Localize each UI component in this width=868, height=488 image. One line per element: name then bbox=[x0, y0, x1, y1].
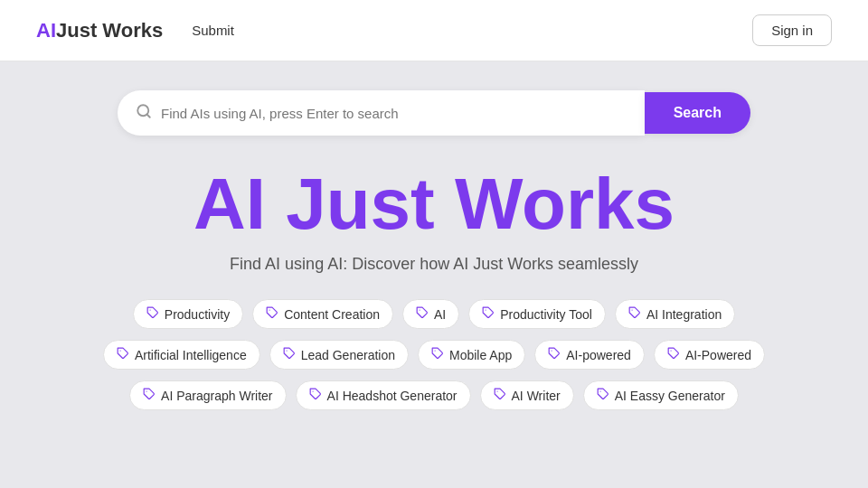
tag-item[interactable]: Productivity bbox=[133, 299, 243, 329]
tag-item[interactable]: AI Paragraph Writer bbox=[129, 380, 286, 410]
header-left: AIJust Works Submit bbox=[36, 19, 234, 42]
header: AIJust Works Submit Sign in bbox=[0, 0, 868, 61]
nav-submit-link[interactable]: Submit bbox=[192, 23, 234, 38]
search-input-wrapper bbox=[118, 90, 645, 136]
tag-item[interactable]: Mobile App bbox=[418, 340, 525, 370]
tag-label: Mobile App bbox=[449, 348, 512, 362]
hero-title: AI Just Works bbox=[193, 168, 675, 240]
search-input[interactable] bbox=[161, 106, 627, 121]
tag-item[interactable]: Productivity Tool bbox=[468, 299, 606, 329]
tag-item[interactable]: AI-powered bbox=[534, 340, 645, 370]
tag-icon bbox=[482, 306, 495, 322]
tag-item[interactable]: AI-Powered bbox=[654, 340, 765, 370]
search-button[interactable]: Search bbox=[645, 92, 750, 134]
tag-icon bbox=[283, 347, 296, 362]
tag-item[interactable]: AI Integration bbox=[615, 299, 735, 329]
tag-label: Productivity Tool bbox=[500, 307, 592, 322]
tag-icon bbox=[146, 306, 159, 322]
tag-item[interactable]: AI Headshot Generator bbox=[296, 380, 471, 410]
tag-icon bbox=[143, 388, 156, 403]
main-content: Search AI Just Works Find AI using AI: D… bbox=[0, 61, 868, 428]
tag-item[interactable]: AI Writer bbox=[480, 380, 574, 410]
tag-item[interactable]: Content Creation bbox=[252, 299, 393, 329]
tag-icon bbox=[494, 388, 506, 403]
svg-line-1 bbox=[146, 114, 149, 117]
tag-item[interactable]: Artificial Intelligence bbox=[103, 340, 260, 370]
tags-row-3: AI Paragraph WriterAI Headshot Generator… bbox=[129, 380, 739, 410]
tags-row-2: Artificial IntelligenceLead GenerationMo… bbox=[103, 340, 765, 370]
tag-label: Content Creation bbox=[284, 307, 380, 322]
tags-row-1: ProductivityContent CreationAIProductivi… bbox=[133, 299, 735, 329]
tag-item[interactable]: AI Eassy Generator bbox=[583, 380, 739, 410]
tag-icon bbox=[266, 306, 278, 322]
tag-icon bbox=[431, 347, 444, 362]
tag-label: AI Integration bbox=[646, 307, 722, 322]
sign-in-button[interactable]: Sign in bbox=[752, 14, 832, 46]
tag-label: AI Writer bbox=[512, 389, 561, 403]
tag-label: Lead Generation bbox=[301, 348, 395, 362]
tag-icon bbox=[416, 306, 429, 322]
hero-subtitle: Find AI using AI: Discover how AI Just W… bbox=[230, 255, 638, 274]
tag-icon bbox=[667, 347, 680, 362]
tag-icon bbox=[597, 388, 609, 403]
logo[interactable]: AIJust Works bbox=[36, 19, 163, 42]
tag-item[interactable]: AI bbox=[402, 299, 459, 329]
tag-label: AI Paragraph Writer bbox=[161, 389, 272, 403]
tag-label: AI bbox=[434, 307, 446, 322]
tag-item[interactable]: Lead Generation bbox=[269, 340, 409, 370]
tag-label: Artificial Intelligence bbox=[135, 348, 247, 362]
tag-label: AI Eassy Generator bbox=[615, 389, 725, 403]
tag-label: AI-powered bbox=[566, 348, 631, 362]
tag-label: AI Headshot Generator bbox=[327, 389, 458, 403]
tag-icon bbox=[309, 388, 322, 403]
logo-ai-part: AI bbox=[36, 19, 56, 42]
tag-icon bbox=[628, 306, 641, 322]
search-icon bbox=[136, 103, 152, 123]
tag-label: AI-Powered bbox=[685, 348, 751, 362]
tag-icon bbox=[117, 347, 129, 362]
tag-icon bbox=[548, 347, 561, 362]
logo-rest-part: Just Works bbox=[56, 19, 163, 42]
tag-label: Productivity bbox=[165, 307, 230, 322]
search-bar: Search bbox=[118, 90, 750, 136]
tags-container: ProductivityContent CreationAIProductivi… bbox=[18, 299, 850, 410]
